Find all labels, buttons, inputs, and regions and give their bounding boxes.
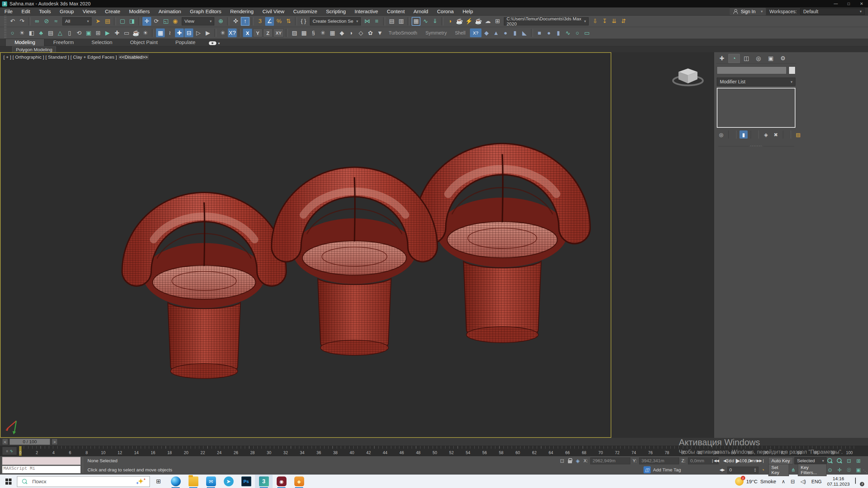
toolbar-drag-handle[interactable] (4, 16, 6, 27)
clone-icon[interactable]: ▣ (84, 28, 93, 37)
object-name-field[interactable] (717, 66, 787, 74)
ruler-tick[interactable]: 74 (632, 450, 636, 455)
toggle-scene-explorer-icon[interactable]: ▤ (387, 17, 396, 26)
absolute-mode-icon[interactable]: ◈ (574, 458, 581, 464)
layer-icon[interactable]: ▤ (46, 28, 55, 37)
ruler-tick[interactable]: 28 (250, 450, 255, 455)
symmetry-button[interactable]: Symmetry (421, 30, 451, 36)
ruler-tick[interactable]: 20 (184, 450, 188, 455)
material-editor-icon[interactable]: ◑ (446, 17, 454, 26)
viewport-menu-general[interactable]: [ + ] (3, 55, 11, 60)
spinner-arrows-icon[interactable]: ▲▼ (754, 468, 756, 472)
network-icon[interactable]: ⊟ (791, 479, 795, 485)
xview-toggle-button[interactable]: X? (470, 28, 481, 37)
maximize-button[interactable]: □ (842, 0, 855, 7)
save-to-vault-icon[interactable]: ⇊ (610, 17, 618, 26)
toggle-layer-explorer-icon[interactable]: ▥ (397, 17, 406, 26)
menu-content[interactable]: Content (382, 8, 409, 14)
select-and-rotate-icon[interactable]: ⟳ (152, 17, 161, 26)
axis-xy-button[interactable]: XY (273, 28, 284, 37)
curve-editor-icon[interactable]: ∿ (421, 17, 430, 26)
flower-shape-icon[interactable]: ✿ (366, 28, 375, 37)
checker-dense-icon[interactable]: ▩ (299, 28, 308, 37)
track-bar[interactable]: ≡ ∿ 024681012141618202224262830323436384… (0, 446, 868, 456)
ruler-tick[interactable]: 54 (466, 450, 470, 455)
vault-status-icon[interactable]: ⇵ (619, 17, 628, 26)
vertex-snap-icon[interactable]: ✚ (175, 28, 184, 37)
point-light-icon[interactable]: ○ (8, 28, 17, 37)
named-selection-set-field[interactable]: Create Selection Se ▾ (310, 17, 361, 25)
ruler-tick[interactable]: 62 (532, 450, 536, 455)
pin-stack-icon[interactable]: ◎ (717, 130, 725, 139)
ruler-tick[interactable]: 96 (814, 450, 818, 455)
modifier-stack-list[interactable] (717, 88, 795, 128)
zoom-region-icon[interactable]: ⊙ (826, 466, 834, 474)
tray-expand-icon[interactable]: ∧ (782, 479, 785, 485)
viewport-menu-renderer[interactable]: [ Standard ] (45, 55, 69, 60)
next-frame-arrow[interactable]: > (52, 439, 58, 445)
menu-group[interactable]: Group (55, 8, 78, 14)
menu-modifiers[interactable]: Modifiers (125, 8, 154, 14)
tab-modify[interactable]: ◔ (728, 54, 740, 63)
select-by-name-icon[interactable]: ▤ (103, 17, 112, 26)
ruler-tick[interactable]: 12 (118, 450, 122, 455)
rollout-divider[interactable] (718, 146, 794, 149)
viewport-menu-shading[interactable]: [ Clay + Edged Faces ] (71, 55, 117, 60)
menu-create[interactable]: Create (101, 8, 125, 14)
angle-snap-toggle-icon[interactable]: ∠ (265, 17, 274, 26)
photoshop-icon[interactable]: Ps (237, 475, 255, 488)
vase-profile-icon[interactable]: ◇ (356, 28, 365, 37)
remove-modifier-icon[interactable]: ✖ (772, 130, 780, 139)
chair-left[interactable] (137, 202, 272, 379)
tab-motion[interactable]: ◎ (753, 54, 764, 63)
y-coord-field[interactable]: 3942,341m (639, 458, 679, 464)
freeze-selection-icon[interactable]: ✳ (218, 28, 227, 37)
cube-3d-icon[interactable]: ▼ (375, 28, 384, 37)
time-configuration-icon[interactable]: ◔ (760, 467, 766, 473)
tab-selection[interactable]: Selection (83, 39, 121, 46)
ruler-tick[interactable]: 24 (217, 450, 221, 455)
configure-modifier-sets-icon[interactable]: ▨ (794, 130, 802, 139)
edit-named-selection-sets-icon[interactable]: { } (299, 17, 308, 26)
go-to-start-button[interactable]: ❘◀◀ (709, 458, 721, 464)
snaps-toggle-3d-icon[interactable]: 3 (256, 17, 264, 26)
ruler-tick[interactable]: 76 (648, 450, 653, 455)
scene-chairs[interactable] (1, 53, 611, 437)
selection-filter-dropdown[interactable]: All ▾ (62, 17, 92, 25)
keyboard-override-toggle-icon[interactable]: ↑ (241, 17, 250, 26)
modifier-wedge-icon[interactable]: ◣ (520, 28, 529, 37)
add-time-tag[interactable]: ◫ Add Time Tag (644, 466, 681, 473)
circle-primitive-icon[interactable]: ○ (573, 28, 582, 37)
next-frame-button[interactable]: ❘❘▶ (743, 458, 754, 464)
axis-z-button[interactable]: Z (263, 28, 273, 37)
media-app-icon[interactable]: ◆ (290, 475, 308, 488)
select-and-link-icon[interactable]: ∞ (33, 17, 41, 26)
ruler-tick[interactable]: 18 (167, 450, 172, 455)
bind-to-space-warp-icon[interactable]: ≈ (52, 17, 60, 26)
zoom-all-icon[interactable] (835, 457, 844, 465)
start-button[interactable] (0, 475, 17, 488)
menu-customize[interactable]: Customize (289, 8, 322, 14)
ruler-tick[interactable]: 8 (85, 450, 88, 455)
rotate-view-icon[interactable]: ⟲ (75, 28, 83, 37)
foliage-icon[interactable]: ♣ (37, 28, 45, 37)
ribbon-collapse-button[interactable]: ▾ (209, 41, 220, 46)
tab-hierarchy[interactable]: ◫ (741, 54, 752, 63)
spline-primitive-icon[interactable]: ∿ (564, 28, 572, 37)
select-and-scale-icon[interactable]: ◱ (161, 17, 170, 26)
set-key-button[interactable]: Set Key (768, 464, 789, 476)
tab-utilities[interactable]: ⚙ (777, 54, 789, 63)
make-unique-icon[interactable]: ◈ (762, 130, 770, 139)
mail-icon[interactable]: ✉ (202, 475, 220, 488)
tab-create[interactable]: ✚ (716, 54, 728, 63)
camera-icon[interactable]: ◧ (27, 28, 36, 37)
ruler-tick[interactable]: 100 (846, 450, 853, 455)
render-production-icon[interactable]: ☕ (474, 17, 483, 26)
rendered-frame-window-icon[interactable]: ⚡ (465, 17, 473, 26)
viewcube[interactable] (668, 61, 708, 92)
cylinder-primitive-icon[interactable]: ▮ (554, 28, 563, 37)
ruler-tick[interactable]: 86 (731, 450, 735, 455)
ruler-tick[interactable]: 22 (200, 450, 205, 455)
viewport-layout-icon[interactable]: ⊞ (94, 28, 102, 37)
ruler-tick[interactable]: 94 (797, 450, 802, 455)
